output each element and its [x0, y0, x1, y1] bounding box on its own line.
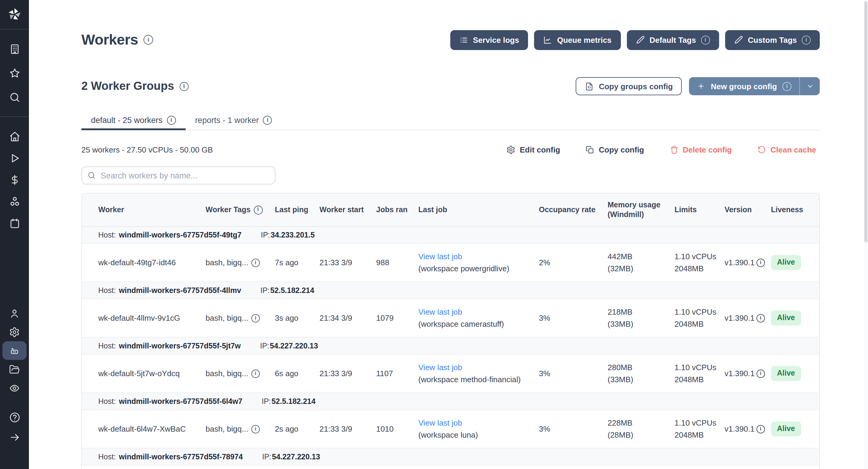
user-icon — [9, 308, 20, 319]
worker-tags: bash, bigq... — [206, 368, 248, 379]
sidebar-collapse-toggle[interactable] — [0, 428, 29, 447]
view-last-job-link[interactable]: View last job — [418, 363, 462, 372]
custom-tags-button[interactable]: Custom Tags — [725, 30, 820, 50]
info-icon[interactable] — [701, 35, 710, 44]
view-last-job-link[interactable]: View last job — [418, 307, 462, 316]
col-worker-tags: Worker Tags — [206, 205, 275, 215]
scrollbar-thumb[interactable] — [864, 1, 867, 242]
worker-groups-info-icon[interactable] — [180, 82, 189, 91]
info-icon[interactable] — [251, 425, 260, 433]
liveness-badge: Alive — [771, 310, 801, 325]
info-icon[interactable] — [251, 369, 260, 378]
info-icon[interactable] — [251, 258, 260, 267]
play-icon — [9, 152, 20, 164]
host-label: Host: — [98, 286, 116, 294]
gear-icon — [506, 145, 516, 154]
sidebar-item-workers[interactable] — [0, 341, 29, 360]
chart-icon — [543, 35, 552, 44]
new-group-config-button[interactable]: New group config — [689, 77, 799, 95]
search-icon — [9, 91, 20, 103]
page-scrollbar[interactable] — [864, 0, 868, 469]
version-cell: v1.390.1 — [724, 423, 771, 435]
host-name: windmill-workers-67757d55f-6l4w7 — [119, 397, 242, 405]
info-icon[interactable] — [263, 116, 272, 125]
info-icon[interactable] — [802, 35, 811, 44]
host-row: Host: windmill-workers-67757d55f-4llmv I… — [82, 282, 819, 299]
edit-config-button[interactable]: Edit config — [503, 145, 564, 155]
info-icon[interactable] — [756, 258, 765, 267]
sidebar-item-search[interactable] — [0, 85, 29, 109]
col-last-ping: Last ping — [275, 205, 319, 215]
sidebar-item-runs[interactable] — [0, 147, 29, 169]
last-job-workspace: (workspace powergridlive) — [418, 262, 534, 274]
sidebar-item-folders[interactable] — [0, 360, 29, 379]
sidebar-item-workspaces[interactable] — [0, 37, 29, 61]
sidebar-item-resources[interactable] — [0, 190, 29, 212]
delete-config-label: Delete config — [683, 145, 732, 154]
copy-config-button[interactable]: Copy config — [582, 145, 648, 155]
worker-row-partial — [82, 465, 819, 469]
clean-cache-label: Clean cache — [770, 145, 816, 154]
worker-row: wk-default-5jt7w-oYdcq bash, bigq... 6s … — [82, 354, 819, 393]
col-memory-usage: Memory usage (Windmill) — [608, 200, 675, 220]
ip-label: IP: — [260, 286, 270, 294]
worker-row: wk-default-6l4w7-XwBaC bash, bigq... 2s … — [82, 410, 819, 448]
search-input[interactable] — [82, 166, 276, 184]
version-cell: v1.390.1 — [724, 312, 771, 324]
host-label: Host: — [98, 397, 116, 405]
tab-default-label: default - 25 workers — [91, 116, 162, 125]
last-ping: 7s ago — [275, 257, 319, 269]
search-box — [82, 166, 276, 184]
info-icon[interactable] — [782, 82, 792, 91]
version-cell: v1.390.1 — [724, 368, 771, 379]
worker-tags: bash, bigq... — [206, 423, 248, 435]
worker-start: 21:33 3/9 — [319, 423, 376, 435]
tab-reports[interactable]: reports - 1 worker — [185, 112, 282, 130]
worker-start: 21:34 3/9 — [319, 312, 376, 324]
home-icon — [9, 130, 20, 142]
ip-label: IP: — [261, 230, 270, 239]
trash-icon — [670, 145, 678, 154]
queue-metrics-button[interactable]: Queue metrics — [534, 30, 621, 50]
delete-config-button[interactable]: Delete config — [666, 145, 735, 155]
col-jobs-ran: Jobs ran — [376, 205, 418, 215]
sidebar-item-schedules[interactable] — [0, 212, 29, 234]
view-last-job-link[interactable]: View last job — [418, 252, 462, 261]
new-group-config-caret[interactable] — [800, 77, 820, 95]
info-icon[interactable] — [756, 369, 765, 378]
info-icon[interactable] — [756, 314, 765, 322]
sidebar-item-users[interactable] — [0, 304, 29, 322]
col-occupancy-rate: Occupancy rate — [539, 205, 608, 215]
sidebar-item-variables[interactable] — [0, 169, 29, 190]
col-worker-start: Worker start — [319, 205, 376, 215]
arrow-right-icon — [9, 432, 20, 443]
worker-name: wk-default-5jt7w-oYdcq — [82, 368, 206, 379]
workers-info-icon[interactable] — [144, 35, 153, 44]
worker-row: wk-default-4llmv-9v1cG bash, bigq... 3s … — [82, 299, 819, 338]
gear-icon — [9, 326, 20, 337]
sidebar-item-audit-logs[interactable] — [0, 379, 29, 397]
last-ping: 2s ago — [275, 423, 319, 435]
default-tags-button[interactable]: Default Tags — [627, 30, 719, 50]
page-title: Workers — [82, 31, 138, 48]
last-job-workspace: (workspace camerastuff) — [418, 318, 534, 330]
service-logs-label: Service logs — [473, 35, 519, 44]
sidebar-item-help[interactable] — [0, 408, 29, 428]
copy-groups-config-button[interactable]: Copy groups config — [576, 77, 682, 95]
sidebar-item-home[interactable] — [0, 125, 29, 147]
clean-cache-button[interactable]: Clean cache — [753, 145, 820, 155]
host-row: Host: windmill-workers-67757d55f-5jt7w I… — [82, 338, 819, 354]
info-icon[interactable] — [167, 116, 176, 125]
info-icon[interactable] — [253, 205, 262, 214]
windmill-logo[interactable] — [0, 0, 29, 29]
service-logs-button[interactable]: Service logs — [450, 30, 528, 50]
sidebar-item-settings[interactable] — [0, 322, 29, 341]
tab-default[interactable]: default - 25 workers — [82, 112, 185, 130]
info-icon[interactable] — [756, 425, 765, 433]
pen-icon — [636, 35, 645, 44]
main-content: Workers Service logs Queue metrics — [29, 0, 868, 469]
view-last-job-link[interactable]: View last job — [418, 418, 462, 428]
dollar-icon — [9, 174, 20, 185]
info-icon[interactable] — [251, 314, 260, 322]
sidebar-item-favorites[interactable] — [0, 61, 29, 85]
